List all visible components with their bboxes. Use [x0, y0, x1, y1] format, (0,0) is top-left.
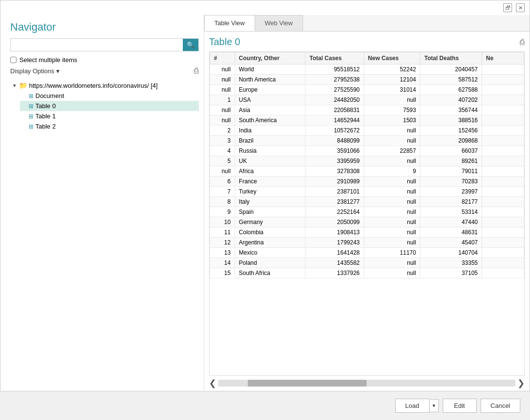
cell-total-cases: 1337926 — [305, 268, 364, 278]
table1-label: Table 1 — [35, 113, 56, 120]
main-content: Navigator 🔍 Select multiple items Displa… — [0, 15, 530, 420]
left-panel: Navigator 🔍 Select multiple items Displa… — [0, 15, 204, 390]
edit-button[interactable]: Edit — [443, 399, 477, 413]
cell-num: 11 — [210, 227, 235, 238]
table-export-button[interactable]: ⎙ — [520, 38, 525, 47]
cell-country: Asia — [235, 105, 305, 115]
title-bar: 🗗 ✕ — [0, 0, 530, 15]
cell-new-cases: null — [364, 197, 420, 207]
table-row: 6France2910989null70283 — [210, 177, 524, 187]
cell-ne — [482, 156, 524, 166]
tree-document-row[interactable]: ⊞ Document — [20, 91, 199, 101]
table-header-row: Table 0 ⎙ — [209, 36, 525, 48]
display-options-label: Display Options — [10, 67, 54, 75]
cell-new-cases: 12104 — [364, 75, 420, 85]
restore-button[interactable]: 🗗 — [503, 3, 512, 12]
table-row: 10Germany2050099null47440 — [210, 217, 524, 227]
cell-total-deaths: 627588 — [420, 85, 482, 95]
cell-total-cases: 2387101 — [305, 187, 364, 197]
cell-total-cases: 2381277 — [305, 197, 364, 207]
cell-total-cases: 2050099 — [305, 217, 364, 227]
cell-new-cases: null — [364, 227, 420, 238]
search-input[interactable] — [11, 39, 183, 51]
scroll-right-button[interactable]: ❯ — [517, 378, 525, 388]
table0-icon: ⊞ — [29, 103, 33, 110]
table-row: 15South Africa1337926null37105 — [210, 268, 524, 278]
tab-web-view[interactable]: Web View — [255, 15, 303, 31]
cell-country: Italy — [235, 197, 305, 207]
table-export-icon: ⎙ — [520, 38, 525, 46]
scroll-track[interactable] — [218, 380, 515, 387]
cell-num: 3 — [210, 136, 235, 146]
cell-total-cases: 10572672 — [305, 126, 364, 136]
cell-new-cases: null — [364, 177, 420, 187]
tree-export-button[interactable]: ⎙ — [194, 66, 199, 75]
tree-root-label: https://www.worldometers.info/coronaviru… — [29, 82, 158, 89]
scroll-thumb — [248, 380, 367, 387]
cell-num: null — [210, 85, 235, 95]
tree-table1-row[interactable]: ⊞ Table 1 — [20, 111, 199, 121]
cell-new-cases: null — [364, 95, 420, 105]
cell-new-cases: null — [364, 258, 420, 268]
cell-country: Mexico — [235, 248, 305, 258]
display-options-row: Display Options ▾ ⎙ — [10, 66, 199, 75]
tab-table-view[interactable]: Table View — [204, 15, 255, 31]
scroll-left-button[interactable]: ❮ — [209, 378, 216, 388]
cell-total-cases: 1908413 — [305, 227, 364, 238]
cell-new-cases: 1503 — [364, 115, 420, 126]
tree-table0-row[interactable]: ⊞ Table 0 — [20, 101, 199, 111]
cell-total-cases: 24482050 — [305, 95, 364, 105]
data-table-wrapper: # Country, Other Total Cases New Cases T… — [209, 51, 525, 376]
cell-total-cases: 2252164 — [305, 207, 364, 217]
cell-num: 12 — [210, 238, 235, 248]
col-header-country: Country, Other — [235, 52, 305, 65]
cell-num: null — [210, 105, 235, 115]
cell-total-deaths: 89261 — [420, 156, 482, 166]
search-button[interactable]: 🔍 — [183, 39, 198, 51]
cell-total-deaths: 388516 — [420, 115, 482, 126]
load-button[interactable]: Load — [395, 399, 429, 413]
close-button[interactable]: ✕ — [516, 3, 525, 12]
cell-ne — [482, 126, 524, 136]
navigator-title: Navigator — [10, 15, 199, 38]
data-table-scroll[interactable]: # Country, Other Total Cases New Cases T… — [209, 52, 524, 375]
cancel-button[interactable]: Cancel — [481, 399, 520, 413]
select-multiple-label: Select multiple items — [19, 56, 77, 64]
cell-ne — [482, 166, 524, 177]
tree-table2-row[interactable]: ⊞ Table 2 — [20, 121, 199, 131]
cell-total-cases: 8488099 — [305, 136, 364, 146]
cell-ne — [482, 177, 524, 187]
col-header-ne: Ne — [482, 52, 524, 65]
cell-country: Germany — [235, 217, 305, 227]
table-body: nullWorld95518512522422040457nullNorth A… — [210, 65, 524, 278]
cell-total-deaths: 47440 — [420, 217, 482, 227]
cell-country: World — [235, 65, 305, 75]
table-row: 1USA24482050null407202 — [210, 95, 524, 105]
table-row: nullWorld95518512522422040457 — [210, 65, 524, 75]
cell-total-deaths: 2040457 — [420, 65, 482, 75]
cell-num: 14 — [210, 258, 235, 268]
cell-total-cases: 1799243 — [305, 238, 364, 248]
display-options-button[interactable]: Display Options ▾ — [10, 67, 60, 75]
cell-ne — [482, 115, 524, 126]
cell-total-deaths: 140704 — [420, 248, 482, 258]
load-group: Load ▾ — [395, 399, 439, 413]
cell-country: UK — [235, 156, 305, 166]
cell-new-cases: 31014 — [364, 85, 420, 95]
table-row: 4Russia35910662285766037 — [210, 146, 524, 156]
table-row: 14Poland1435582null33355 — [210, 258, 524, 268]
cell-country: Brazil — [235, 136, 305, 146]
select-multiple-checkbox[interactable] — [10, 57, 16, 63]
cell-ne — [482, 258, 524, 268]
table-row: 7Turkey2387101null23997 — [210, 187, 524, 197]
table-row: nullAsia220588317593356744 — [210, 105, 524, 115]
cell-total-cases: 3591066 — [305, 146, 364, 156]
table-row: 3Brazil8488099null209868 — [210, 136, 524, 146]
cell-num: null — [210, 75, 235, 85]
load-dropdown-button[interactable]: ▾ — [429, 399, 439, 412]
cell-country: USA — [235, 95, 305, 105]
document-icon: ⊞ — [29, 93, 33, 99]
tree-root-row[interactable]: ▼ 📁 https://www.worldometers.info/corona… — [10, 80, 199, 91]
cell-ne — [482, 65, 524, 75]
table-title: Table 0 — [209, 36, 241, 48]
